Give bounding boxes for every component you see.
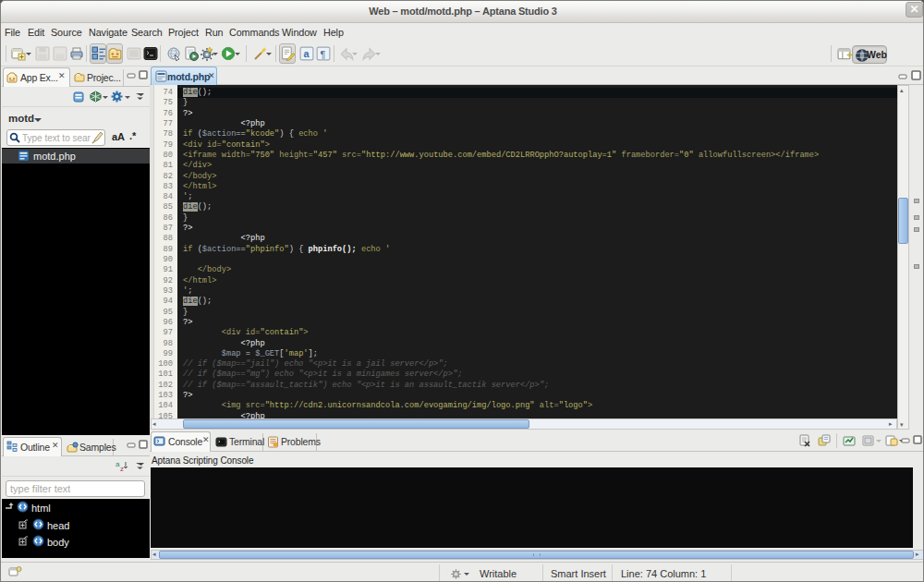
svg-text:z: z	[120, 465, 124, 472]
svg-text:¶: ¶	[321, 49, 326, 60]
svg-text:a: a	[304, 48, 310, 59]
